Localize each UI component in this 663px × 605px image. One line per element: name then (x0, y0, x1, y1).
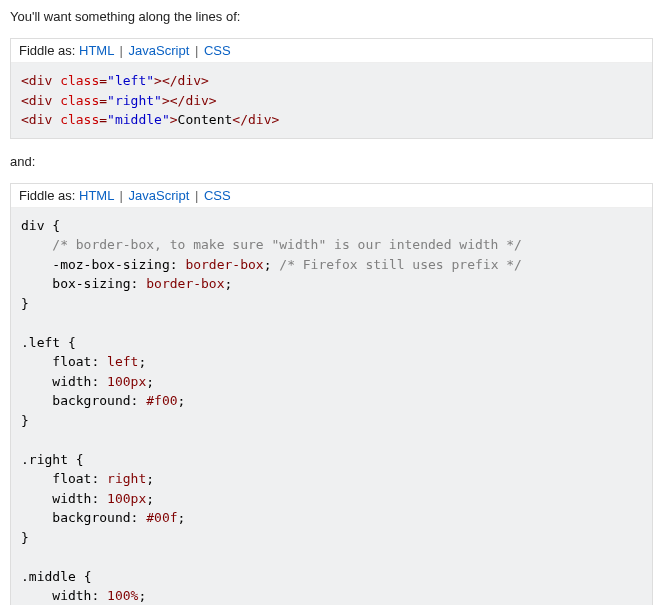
separator-icon: | (118, 43, 125, 58)
fiddle-link-css[interactable]: CSS (204, 43, 231, 58)
fiddle-link-js[interactable]: JavaScript (129, 188, 190, 203)
fiddle-link-html[interactable]: HTML (79, 43, 114, 58)
fiddle-label: Fiddle as: (19, 188, 75, 203)
code-block-css: div { /* border-box, to make sure "width… (11, 208, 652, 605)
fiddle-link-js[interactable]: JavaScript (129, 43, 190, 58)
fiddle-label: Fiddle as: (19, 43, 75, 58)
fiddle-block-2: Fiddle as: HTML | JavaScript | CSS div {… (10, 183, 653, 605)
fiddle-header-2: Fiddle as: HTML | JavaScript | CSS (11, 184, 652, 208)
fiddle-link-html[interactable]: HTML (79, 188, 114, 203)
fiddle-link-css[interactable]: CSS (204, 188, 231, 203)
code-block-html: <div class="left"></div> <div class="rig… (11, 63, 652, 138)
mid-text: and: (10, 153, 653, 171)
fiddle-block-1: Fiddle as: HTML | JavaScript | CSS <div … (10, 38, 653, 139)
separator-icon: | (193, 188, 200, 203)
separator-icon: | (118, 188, 125, 203)
fiddle-header-1: Fiddle as: HTML | JavaScript | CSS (11, 39, 652, 63)
separator-icon: | (193, 43, 200, 58)
intro-text: You'll want something along the lines of… (10, 8, 653, 26)
